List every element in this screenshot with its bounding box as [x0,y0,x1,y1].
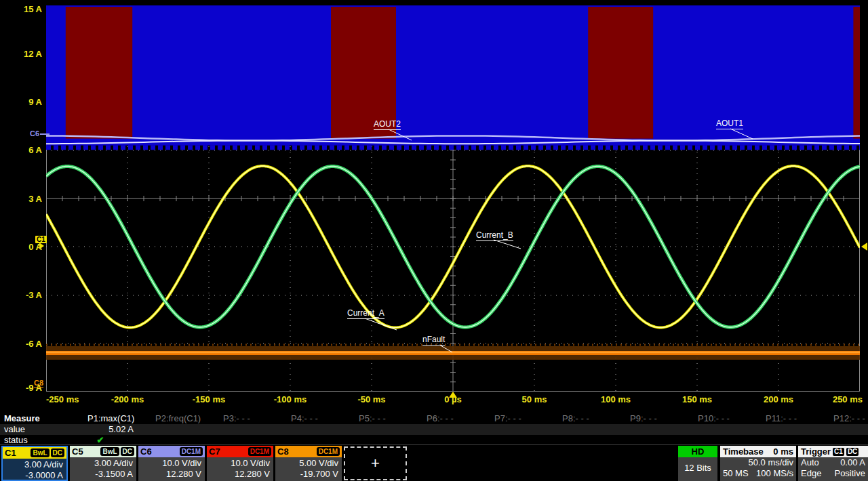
timebase-samples: 50 MS [723,468,749,479]
measure-param-12[interactable]: P12:- - - [817,413,868,424]
measure-value-7 [478,424,546,435]
measure-param-11[interactable]: P11:- - - [749,413,817,424]
pwm-c7-block [588,7,653,139]
measure-value-11 [749,424,817,435]
channel-descriptor-c8[interactable]: C8DC1M5.00 V/div-19.700 V [275,446,342,481]
channel-descriptor-c1[interactable]: C1BwLDC3.00 A/div-3.0000 A [1,446,68,481]
annotation-aout2[interactable]: AOUT2 [374,119,401,130]
trigger-title: Trigger [801,446,831,457]
measure-value-1: 5.02 A [71,424,139,435]
measure-value-5 [342,424,410,435]
channel-scale: 3.00 A/div [70,458,133,469]
x-axis-label: -150 ms [193,394,225,404]
measure-param-7[interactable]: P7:- - - [478,413,546,424]
annotation-nfault[interactable]: nFault [422,335,445,346]
channel-badge-dc1m: DC1M [248,447,271,456]
channel-scale: 10.0 V/div [207,458,270,469]
measure-param-9[interactable]: P9:- - - [614,413,682,424]
x-axis-label: 200 ms [764,394,793,404]
x-axis-label: -200 ms [111,394,144,404]
channel-c6-marker[interactable]: C6 [30,130,50,138]
trigger-mode: Auto [801,457,819,468]
trigger-time-arrow-icon[interactable] [449,392,457,398]
timebase-scale: 50.0 ms/div [749,457,793,468]
x-axis-label: 50 ms [522,394,547,404]
annotation-aout1[interactable]: AOUT1 [716,119,743,129]
y-axis-label: 6 A [1,145,42,155]
channel-descriptor-c5[interactable]: C5BwLDC3.00 A/div-3.1500 A [70,446,136,481]
channel-badge-dc1m: DC1M [180,447,203,456]
annotation-current_a[interactable]: Current_A [347,308,384,319]
channel-badge-bwl: BwL [100,447,119,456]
measure-value-4 [275,424,342,435]
measure-value-6 [410,424,478,435]
measure-value-3 [207,424,275,435]
pwm-c7-block [853,7,860,139]
trigger-box[interactable]: Trigger C1 DC Auto 0.00 A Edge Positive [798,446,868,481]
channel-scale: 10.0 V/div [138,458,201,469]
hd-bits: 12 Bits [678,457,717,479]
trigger-coupling-badge: DC [846,448,859,456]
y-axis-label: 3 A [1,194,42,204]
measure-value-label: value [0,424,71,435]
channel-scale: 5.00 V/div [275,458,338,469]
timebase-box[interactable]: Timebase 0 ms 50.0 ms/div 50 MS 100 MS/s [720,446,796,481]
measure-param-8[interactable]: P8:- - - [546,413,614,424]
channel-id-label: C8 [277,446,289,457]
channel-id-label: C1 [5,448,16,458]
measure-param-3[interactable]: P3:- - - [207,413,275,424]
bottom-bar: C1BwLDC3.00 A/div-3.0000 AC5BwLDC3.00 A/… [0,444,868,481]
measure-value-12 [817,424,868,435]
measure-param-5[interactable]: P5:- - - [342,413,410,424]
measure-param-2[interactable]: P2:freq(C1) [139,413,207,424]
channel-scale: 3.00 A/div [3,459,63,470]
waveform-grid[interactable] [46,5,860,392]
y-axis-label: 15 A [1,4,42,14]
channel-c8-marker[interactable]: C8 [34,379,43,388]
channel-badge-bwl: BwL [31,448,49,457]
channel-offset: -19.700 V [275,469,338,480]
y-axis-label: -3 A [1,290,42,300]
channel-offset: -3.1500 A [70,469,133,480]
x-axis-label: -250 ms [46,394,79,404]
channel-offset: 12.280 V [138,469,201,480]
channel-id-label: C6 [140,446,152,457]
c6-level-dash [40,133,50,135]
y-axis-label: 9 A [1,97,42,107]
hd-badge: HD [678,446,717,457]
measure-param-10[interactable]: P10:- - - [682,413,749,424]
x-axis-label: 250 ms [833,394,863,404]
waveform-plot[interactable]: 15 A12 A9 A6 A3 A0 A-3 A-6 A-9 A -250 ms… [0,0,868,410]
measure-param-1[interactable]: P1:max(C1) [71,413,139,424]
add-channel-button[interactable]: + [344,446,407,480]
channel-id-label: C5 [72,446,83,457]
x-axis-label: -50 ms [357,394,385,404]
c1-ground-arrow-icon [39,243,44,249]
trigger-type: Edge [801,468,821,479]
channel-descriptor-c7[interactable]: C7DC1M10.0 V/div12.280 V [207,446,273,481]
trigger-level-arrow-icon[interactable] [861,243,867,251]
hd-mode-box[interactable]: HD 12 Bits [678,446,717,481]
trigger-source-badge: C1 [833,448,844,456]
measure-param-4[interactable]: P4:- - - [275,413,342,424]
measure-value-10 [682,424,749,435]
annotation-current_b[interactable]: Current_B [476,230,513,241]
channel-offset: -3.0000 A [3,470,63,481]
timebase-rate: 100 MS/s [756,468,793,479]
measure-title: Measure [0,413,71,424]
trigger-level: 0.00 A [840,457,865,468]
x-axis-label: 100 ms [601,394,631,404]
measure-value-2 [139,424,207,435]
plus-icon: + [371,455,380,472]
channel-offset: 12.280 V [207,469,270,480]
measure-value-9 [614,424,682,435]
trigger-slope: Positive [834,468,865,479]
y-axis-label: -6 A [1,339,42,349]
measure-param-6[interactable]: P6:- - - [410,413,478,424]
y-axis-label: 12 A [1,49,42,59]
timebase-offset: 0 ms [773,446,793,457]
channel-descriptor-c6[interactable]: C6DC1M10.0 V/div12.280 V [138,446,205,481]
channel-badge-dc: DC [121,447,134,456]
timebase-title: Timebase [723,446,764,457]
x-axis-label: -100 ms [274,394,307,404]
